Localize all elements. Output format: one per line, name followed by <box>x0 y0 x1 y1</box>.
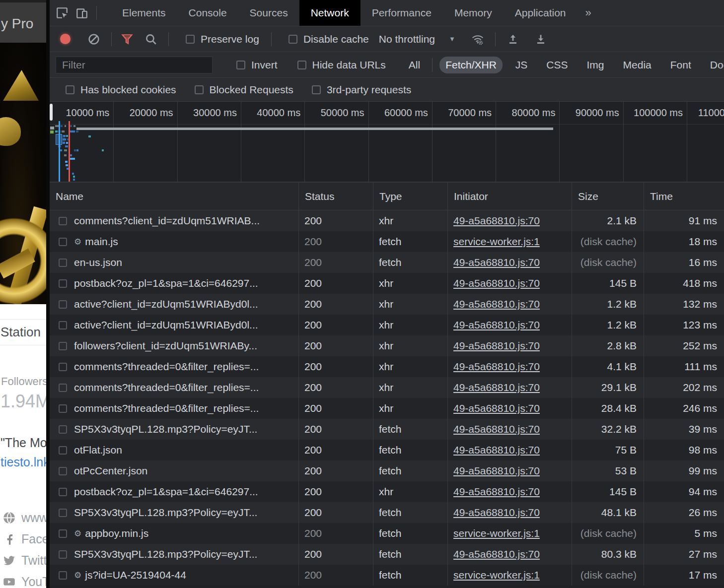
filter-type-font[interactable]: Font <box>664 57 697 73</box>
initiator-link[interactable]: 49-a5a68810.js:70 <box>453 382 540 393</box>
column-header-time[interactable]: Time <box>644 183 724 210</box>
request-name[interactable]: otFlat.json <box>74 444 122 456</box>
station-tab[interactable]: Station <box>0 320 46 345</box>
checkbox[interactable] <box>297 61 306 69</box>
request-name[interactable]: comments?threaded=0&filter_replies=... <box>74 402 259 414</box>
initiator-link[interactable]: 49-a5a68810.js:70 <box>453 423 540 435</box>
more-tabs-button[interactable]: » <box>577 0 599 26</box>
throttling-dropdown[interactable]: No throttling ▼ <box>379 33 455 45</box>
request-name[interactable]: comments?threaded=0&filter_replies=... <box>74 382 259 393</box>
filter-input[interactable] <box>56 57 213 73</box>
row-checkbox[interactable] <box>59 384 67 392</box>
initiator-link[interactable]: 49-a5a68810.js:70 <box>453 361 540 373</box>
tab-sources[interactable]: Sources <box>238 0 299 26</box>
filter-type-media[interactable]: Media <box>617 57 657 73</box>
row-checkbox[interactable] <box>59 446 67 455</box>
table-row[interactable]: ⚙ followers?client_id=zdUqm51WRIABy... 2… <box>50 335 724 356</box>
request-name[interactable]: active?client_id=zdUqm51WRIAByd0l... <box>74 298 258 310</box>
request-name[interactable]: comments?client_id=zdUqm51WRIAB... <box>74 215 260 227</box>
row-checkbox[interactable] <box>59 529 67 538</box>
request-name[interactable]: followers?client_id=zdUqm51WRIABy... <box>74 340 257 352</box>
track-link[interactable]: tiesto.lnk <box>0 455 46 469</box>
disable-cache-checkbox[interactable]: Disable cache <box>283 33 369 45</box>
request-name[interactable]: active?client_id=zdUqm51WRIAByd0l... <box>74 319 258 331</box>
tab-memory[interactable]: Memory <box>443 0 504 26</box>
request-name[interactable]: comments?threaded=0&filter_replies=... <box>74 361 259 373</box>
device-toolbar-icon[interactable] <box>75 6 88 19</box>
initiator-link[interactable]: 49-a5a68810.js:70 <box>453 548 540 560</box>
preserve-log-checkbox[interactable]: Preserve log <box>180 33 259 45</box>
column-header-size[interactable]: Size <box>572 183 644 210</box>
tab-application[interactable]: Application <box>504 0 578 26</box>
filter-type-js[interactable]: JS <box>509 57 534 73</box>
table-row[interactable]: ⚙ comments?client_id=zdUqm51WRIAB... 200… <box>50 210 724 231</box>
request-name[interactable]: en-us.json <box>74 257 122 268</box>
initiator-link[interactable]: 49-a5a68810.js:70 <box>453 298 540 310</box>
row-checkbox[interactable] <box>59 425 67 434</box>
row-checkbox[interactable] <box>59 404 67 413</box>
social-link-facebook[interactable]: Faceb <box>2 528 46 550</box>
table-row[interactable]: ⚙ otFlat.json 200 fetch 49-a5a68810.js:7… <box>50 440 724 460</box>
row-checkbox[interactable] <box>59 259 67 267</box>
request-name[interactable]: main.js <box>85 236 118 248</box>
row-checkbox[interactable] <box>59 300 67 309</box>
request-name[interactable]: SP5X3v3tyqPL.128.mp3?Policy=eyJT... <box>74 548 257 560</box>
filter-type-css[interactable]: CSS <box>540 57 574 73</box>
initiator-link[interactable]: 49-a5a68810.js:70 <box>453 215 540 227</box>
row-checkbox[interactable] <box>59 467 67 475</box>
initiator-link[interactable]: 49-a5a68810.js:70 <box>453 340 540 352</box>
row-checkbox[interactable] <box>59 321 67 329</box>
blocked-requests-checkbox[interactable]: Blocked Requests <box>189 84 293 96</box>
initiator-link[interactable]: service-worker.js:1 <box>453 527 540 539</box>
table-row[interactable]: ⚙ postback?oz_pl=1&spa=1&ci=646297... 20… <box>50 481 724 502</box>
initiator-link[interactable]: service-worker.js:1 <box>453 569 540 581</box>
checkbox[interactable] <box>312 85 321 94</box>
table-row[interactable]: ⚙ otPcCenter.json 200 fetch 49-a5a68810.… <box>50 460 724 481</box>
tab-console[interactable]: Console <box>177 0 238 26</box>
initiator-link[interactable]: service-worker.js:1 <box>453 236 540 248</box>
table-row[interactable]: ⚙ active?client_id=zdUqm51WRIAByd0l... 2… <box>50 315 724 335</box>
tab-elements[interactable]: Elements <box>111 0 177 26</box>
tab-performance[interactable]: Performance <box>361 0 443 26</box>
record-network-log-icon[interactable] <box>60 34 71 44</box>
initiator-link[interactable]: 49-a5a68810.js:70 <box>453 507 540 519</box>
table-row[interactable]: ⚙ comments?threaded=0&filter_replies=...… <box>50 398 724 419</box>
checkbox[interactable] <box>66 85 74 94</box>
column-header-type[interactable]: Type <box>373 183 448 210</box>
request-name[interactable]: js?id=UA-2519404-44 <box>85 569 186 581</box>
request-name[interactable]: postback?oz_pl=1&spa=1&ci=646297... <box>74 277 258 289</box>
table-row[interactable]: ⚙ appboy.min.js 200 fetch service-worker… <box>50 523 724 544</box>
request-name[interactable]: otPcCenter.json <box>74 465 147 477</box>
checkbox[interactable] <box>236 61 245 69</box>
checkbox[interactable] <box>195 85 204 94</box>
initiator-link[interactable]: 49-a5a68810.js:70 <box>453 277 540 289</box>
has-blocked-cookies-checkbox[interactable]: Has blocked cookies <box>60 84 176 96</box>
column-header-name[interactable]: Name <box>50 183 299 210</box>
network-conditions-icon[interactable] <box>469 33 486 46</box>
row-checkbox[interactable] <box>59 488 67 496</box>
row-checkbox[interactable] <box>59 363 67 371</box>
row-checkbox[interactable] <box>59 342 67 350</box>
table-row[interactable]: ⚙ js?id=UA-2519404-44 200 fetch service-… <box>50 565 724 586</box>
table-row[interactable]: ⚙ SP5X3v3tyqPL.128.mp3?Policy=eyJT... 20… <box>50 419 724 440</box>
initiator-link[interactable]: 49-a5a68810.js:70 <box>453 257 540 268</box>
initiator-link[interactable]: 49-a5a68810.js:70 <box>453 444 540 456</box>
table-row[interactable]: ⚙ active?client_id=zdUqm51WRIAByd0l... 2… <box>50 294 724 315</box>
filter-type-fetch-xhr[interactable]: Fetch/XHR <box>439 57 503 73</box>
column-header-initiator[interactable]: Initiator <box>448 183 572 210</box>
table-row[interactable]: ⚙ SP5X3v3tyqPL.128.mp3?Policy=eyJT... 20… <box>50 502 724 523</box>
table-row[interactable]: ⚙ en-us.json 200 fetch 49-a5a68810.js:70… <box>50 252 724 273</box>
3rd-party-requests-checkbox[interactable]: 3rd-party requests <box>306 84 411 96</box>
row-checkbox[interactable] <box>59 238 67 246</box>
table-row[interactable]: ⚙ comments?threaded=0&filter_replies=...… <box>50 377 724 398</box>
initiator-link[interactable]: 49-a5a68810.js:70 <box>453 402 540 414</box>
request-name[interactable]: postback?oz_pl=1&spa=1&ci=646297... <box>74 486 258 498</box>
initiator-link[interactable]: 49-a5a68810.js:70 <box>453 319 540 331</box>
invert-checkbox[interactable]: Invert <box>230 59 278 71</box>
filter-type-img[interactable]: Img <box>581 57 610 73</box>
request-name[interactable]: SP5X3v3tyqPL.128.mp3?Policy=eyJT... <box>74 423 257 435</box>
network-overview[interactable]: 10000 ms20000 ms30000 ms40000 ms50000 ms… <box>50 102 724 183</box>
inspect-element-icon[interactable] <box>56 6 69 19</box>
export-har-icon[interactable] <box>534 33 547 46</box>
row-checkbox[interactable] <box>59 571 67 580</box>
